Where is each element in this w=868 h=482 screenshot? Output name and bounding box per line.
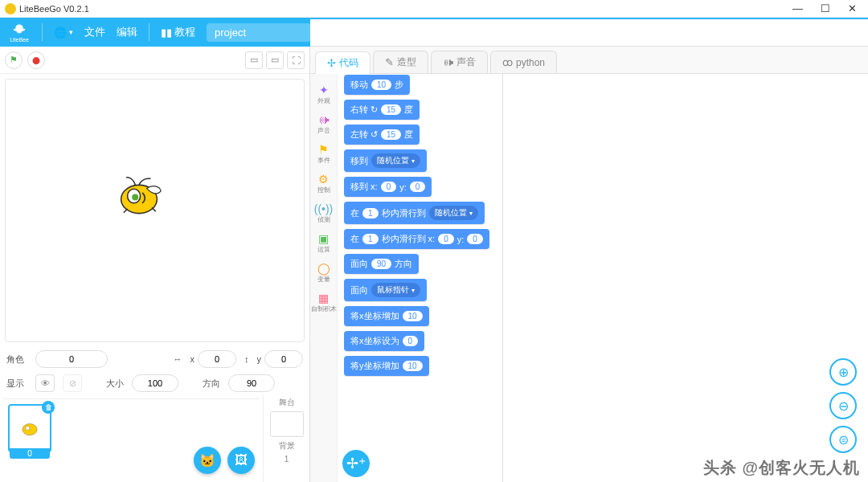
block-number-input[interactable]: 90	[371, 259, 391, 269]
block-number-input[interactable]: 0	[403, 336, 419, 346]
backdrop-label: 背景	[279, 440, 295, 451]
minimize-button[interactable]: —	[792, 2, 803, 14]
motion-block[interactable]: 面向鼠标指针	[344, 279, 427, 301]
maximize-button[interactable]: ☐	[821, 2, 830, 14]
sprite-direction-input[interactable]	[228, 374, 275, 392]
role-label: 角色	[6, 353, 27, 366]
file-menu[interactable]: 文件	[84, 25, 105, 39]
stop-button[interactable]: ⬤	[27, 51, 45, 69]
add-backdrop-button[interactable]: 🖼	[227, 447, 255, 474]
svg-point-3	[23, 423, 37, 435]
category-事件[interactable]: ⚑事件	[311, 139, 337, 168]
block-palette: 运动 移动10步右转 ↻15度左转 ↺15度移到随机位置移到 x:0y:0在1秒…	[338, 47, 502, 381]
sprite-x-input[interactable]	[198, 350, 236, 368]
backdrop-count: 1	[285, 455, 289, 464]
stage-canvas[interactable]	[5, 79, 305, 342]
tab-sound[interactable]: 🕪声音	[431, 51, 488, 73]
block-number-input[interactable]: 1	[362, 208, 379, 219]
category-声音[interactable]: 🕪声音	[311, 109, 337, 138]
globe-icon: 🌐	[54, 27, 67, 39]
delete-sprite-button[interactable]: 🗑	[42, 401, 55, 414]
motion-block[interactable]: 左转 ↺15度	[344, 125, 420, 145]
motion-block[interactable]: 移到 x:0y:0	[344, 177, 432, 197]
tab-code[interactable]: ✢代码	[315, 51, 371, 74]
block-number-input[interactable]: 15	[381, 129, 401, 140]
tab-python[interactable]: ꝏpython	[490, 51, 557, 73]
block-number-input[interactable]: 0	[410, 182, 426, 192]
add-extension-button[interactable]: ✢⁺	[342, 450, 370, 477]
language-menu[interactable]: 🌐▾	[54, 27, 73, 39]
zoom-reset-button[interactable]: ⊜	[829, 426, 857, 453]
window-title: LiteBeeGo V0.2.1	[19, 4, 89, 14]
window-titlebar: LiteBeeGo V0.2.1 — ☐ ✕	[0, 0, 868, 18]
size-label: 大小	[106, 378, 124, 390]
stage-large-button[interactable]: ▭	[266, 51, 284, 69]
stage-controls: ⚑ ⬤ ▭ ▭ ⛶	[0, 47, 309, 74]
close-button[interactable]: ✕	[848, 2, 857, 14]
category-变量[interactable]: ◯变量	[311, 258, 337, 287]
zoom-out-button[interactable]: ⊖	[829, 392, 857, 419]
motion-block[interactable]: 将x坐标设为0	[344, 331, 424, 351]
zoom-in-button[interactable]: ⊕	[829, 358, 857, 386]
tutorial-button[interactable]: ▮▮教程	[161, 25, 195, 39]
block-dropdown[interactable]: 鼠标指针	[371, 283, 420, 297]
fullscreen-button[interactable]: ⛶	[287, 51, 305, 69]
motion-block[interactable]: 移到随机位置	[344, 149, 427, 172]
edit-menu[interactable]: 编辑	[117, 25, 137, 39]
direction-label: 方向	[203, 378, 220, 390]
code-icon: ✢	[327, 57, 336, 69]
category-list: ✢运动✦外观🕪声音⚑事件⚙控制((•))侦测▣运算◯变量▦自制积木	[310, 47, 338, 482]
motion-block[interactable]: 在1秒内滑行到 x:0y:0	[344, 229, 489, 249]
sprite-y-input[interactable]	[264, 350, 303, 368]
block-number-input[interactable]: 0	[438, 234, 454, 244]
block-number-input[interactable]: 15	[381, 104, 401, 115]
block-number-input[interactable]: 1	[362, 234, 379, 244]
sprite-caption: 0	[10, 448, 50, 459]
book-icon: ▮▮	[161, 27, 172, 39]
motion-block[interactable]: 面向90方向	[344, 254, 419, 274]
sprite-name-input[interactable]	[35, 350, 108, 368]
sprite-size-input[interactable]	[132, 374, 178, 392]
y-arrow-icon: ↕	[244, 354, 249, 364]
motion-block[interactable]: 右转 ↻15度	[344, 100, 420, 120]
category-侦测[interactable]: ((•))侦测	[311, 198, 337, 227]
motion-block[interactable]: 将y坐标增加10	[344, 356, 429, 376]
category-控制[interactable]: ⚙控制	[311, 169, 337, 198]
script-workspace[interactable]: ⊕ ⊖ ⊜	[503, 47, 868, 482]
tab-costume[interactable]: ✎造型	[373, 51, 428, 73]
stage-thumbnail[interactable]	[270, 411, 304, 437]
block-dropdown[interactable]: 随机位置	[371, 153, 420, 168]
motion-block[interactable]: 移动10步	[344, 75, 410, 95]
sound-icon: 🕪	[443, 56, 453, 68]
svg-point-2	[132, 194, 138, 201]
stage-label: 舞台	[279, 397, 295, 408]
bee-sprite[interactable]	[107, 170, 171, 219]
show-label: 显示	[6, 378, 27, 390]
project-name-input[interactable]: project	[207, 23, 311, 42]
block-number-input[interactable]: 0	[381, 182, 397, 192]
block-number-input[interactable]: 10	[403, 311, 423, 321]
category-外观[interactable]: ✦外观	[311, 80, 337, 108]
category-运算[interactable]: ▣运算	[311, 228, 337, 257]
app-logo[interactable]: LiteBee	[8, 22, 31, 43]
motion-block[interactable]: 在1秒内滑行到随机位置	[344, 202, 485, 224]
xy-swap-icon: ↔	[174, 354, 182, 364]
green-flag-button[interactable]: ⚑	[5, 51, 23, 69]
block-number-input[interactable]: 10	[371, 80, 391, 90]
hide-button[interactable]: ⊘	[63, 374, 82, 392]
svg-point-4	[26, 426, 30, 430]
python-icon: ꝏ	[502, 56, 513, 68]
stage-small-button[interactable]: ▭	[245, 51, 263, 69]
logo-text: LiteBee	[10, 37, 29, 43]
block-number-input[interactable]: 10	[403, 361, 423, 371]
sprite-thumbnail[interactable]: 🗑 0	[8, 404, 51, 452]
block-number-input[interactable]: 0	[467, 234, 483, 244]
category-自制积木[interactable]: ▦自制积木	[311, 288, 337, 317]
costume-icon: ✎	[385, 56, 394, 68]
motion-block[interactable]: 将x坐标增加10	[344, 306, 429, 326]
app-icon	[5, 3, 16, 14]
show-button[interactable]: 👁	[35, 374, 55, 392]
add-sprite-button[interactable]: 🐱	[194, 447, 221, 474]
block-dropdown[interactable]: 随机位置	[429, 206, 478, 220]
